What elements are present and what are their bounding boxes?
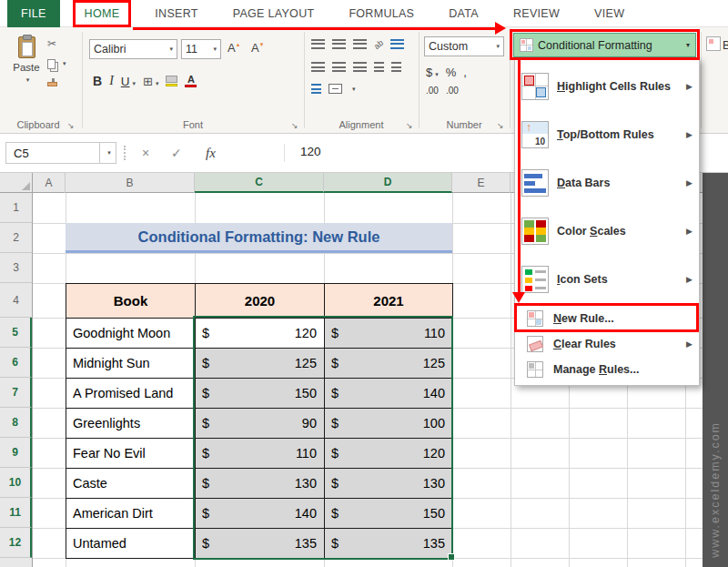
header-cell-book[interactable]: Book	[66, 284, 196, 319]
orientation-icon[interactable]: ab	[372, 37, 385, 50]
menu-item[interactable]: Highlight Cells Rules ▶	[515, 62, 699, 110]
menu-item[interactable]: Icon Sets ▶	[515, 255, 699, 303]
name-box[interactable]: C5	[5, 142, 100, 164]
formula-input[interactable]: 120	[300, 145, 321, 158]
align-middle-icon[interactable]	[332, 39, 346, 49]
row-header[interactable]: 9	[0, 438, 32, 468]
clipboard-dialog-launcher-icon[interactable]: ↘	[67, 121, 75, 130]
font-name-select[interactable]: Calibri ▾	[89, 39, 177, 59]
cell-2020[interactable]: $ 135	[196, 529, 325, 559]
font-color-button[interactable]: A	[185, 76, 197, 87]
font-size-select[interactable]: 11 ▾	[181, 39, 221, 59]
cut-button[interactable]: ✂	[47, 36, 71, 51]
cell-2021[interactable]: $ 110	[325, 319, 453, 349]
paste-button[interactable]: Paste ▾	[7, 35, 46, 102]
menu-item[interactable]: Manage Rules...	[515, 357, 699, 382]
fill-handle[interactable]	[448, 553, 455, 561]
cell-book[interactable]: American Dirt	[66, 499, 196, 529]
header-cell-2020[interactable]: 2020	[196, 284, 325, 319]
cell-2020[interactable]: $ 125	[196, 349, 325, 379]
align-center-icon[interactable]	[332, 62, 346, 72]
ribbon-tab[interactable]: HOME	[73, 0, 132, 27]
cell-book[interactable]: A Promised Land	[66, 379, 196, 409]
ribbon-tab[interactable]: PAGE LAYOUT	[222, 0, 326, 27]
cell-2021[interactable]: $ 120	[325, 439, 453, 469]
menu-item[interactable]: Top/Bottom Rules ▶	[515, 110, 699, 158]
cell-2020[interactable]: $ 90	[196, 409, 325, 439]
number-dialog-launcher-icon[interactable]: ↘	[497, 121, 504, 130]
cell-book[interactable]: Untamed	[66, 529, 196, 559]
underline-button[interactable]: U▾	[121, 73, 136, 89]
cell-2021[interactable]: $ 140	[325, 379, 453, 409]
accounting-format-button[interactable]: $▾	[426, 64, 439, 80]
ribbon-tab[interactable]: VIEW	[583, 0, 635, 27]
cell-2021[interactable]: $ 150	[325, 499, 453, 529]
shrink-font-button[interactable]: A▾	[251, 41, 263, 55]
number-format-select[interactable]: Custom ▾	[424, 36, 504, 56]
cell-style-icon[interactable]	[706, 36, 721, 51]
decrease-indent-icon[interactable]	[374, 62, 384, 72]
align-left-icon[interactable]	[311, 62, 325, 72]
cell-2021[interactable]: $ 130	[325, 469, 453, 499]
align-top-icon[interactable]	[311, 39, 325, 49]
enter-icon[interactable]: ✓	[171, 146, 182, 160]
row-header[interactable]: 12	[0, 528, 32, 558]
conditional-formatting-button[interactable]: Conditional Formatting ▾	[513, 33, 696, 57]
cell-2020[interactable]: $ 110	[196, 439, 325, 469]
row-header[interactable]: 10	[0, 468, 32, 498]
row-header[interactable]: 5	[0, 318, 32, 348]
ribbon-tab[interactable]: REVIEW	[502, 0, 571, 27]
row-header[interactable]: 8	[0, 408, 32, 438]
align-right-icon[interactable]	[353, 62, 367, 72]
cell-2020[interactable]: $ 140	[196, 499, 325, 529]
cell-book[interactable]: Greenlights	[66, 409, 196, 439]
italic-button[interactable]: I	[109, 74, 114, 88]
menu-item[interactable]: New Rule...	[515, 306, 699, 331]
cell-book[interactable]: Fear No Evil	[66, 439, 196, 469]
copy-button[interactable]: ▾	[47, 56, 71, 71]
cell-2021[interactable]: $ 125	[325, 349, 453, 379]
name-box-dropdown[interactable]: ▾	[100, 142, 116, 164]
row-header[interactable]: 2	[0, 223, 32, 253]
borders-button[interactable]: ⊞▾	[143, 73, 158, 89]
cancel-icon[interactable]: ×	[142, 146, 149, 160]
column-header[interactable]: B	[66, 173, 195, 193]
ribbon-tab[interactable]: FILE	[7, 0, 60, 27]
column-header[interactable]: E	[452, 173, 511, 193]
format-painter-button[interactable]	[47, 75, 71, 89]
column-header[interactable]: C	[195, 173, 324, 193]
percent-style-button[interactable]: %	[446, 66, 457, 79]
decrease-decimal-button[interactable]: .00	[446, 86, 459, 96]
comma-style-button[interactable]: ,	[463, 66, 467, 79]
bold-button[interactable]: B	[93, 74, 102, 88]
wrap-text-icon[interactable]	[390, 39, 404, 49]
indent-icon[interactable]	[311, 84, 321, 94]
menu-item[interactable]: Data Bars ▶	[515, 158, 699, 207]
increase-indent-icon[interactable]	[391, 62, 401, 72]
insert-function-button[interactable]: fx	[206, 146, 216, 161]
row-header[interactable]: 3	[0, 253, 32, 283]
cell-2021[interactable]: $ 100	[325, 409, 453, 439]
column-header[interactable]: D	[324, 173, 452, 193]
header-cell-2021[interactable]: 2021	[325, 284, 453, 319]
ribbon-tab[interactable]: INSERT	[144, 0, 208, 27]
font-dialog-launcher-icon[interactable]: ↘	[291, 121, 298, 130]
grow-font-button[interactable]: A▴	[228, 41, 239, 55]
align-bottom-icon[interactable]	[353, 39, 367, 49]
cell-2021[interactable]: $ 135	[325, 529, 453, 559]
ribbon-tab[interactable]: DATA	[438, 0, 490, 27]
select-all-corner[interactable]	[0, 173, 33, 193]
row-header[interactable]: 11	[0, 498, 32, 528]
row-header[interactable]: 4	[0, 283, 32, 318]
cell-2020[interactable]: $ 150	[196, 379, 325, 409]
increase-decimal-button[interactable]: .00	[426, 86, 439, 96]
ribbon-tab[interactable]: FORMULAS	[338, 0, 425, 27]
cell-book[interactable]: Caste	[66, 469, 196, 499]
menu-item[interactable]: Clear Rules ▶	[515, 331, 699, 357]
formula-bar-splitter[interactable]	[124, 146, 126, 160]
row-header[interactable]: 6	[0, 348, 32, 378]
alignment-dialog-launcher-icon[interactable]: ↘	[406, 121, 413, 130]
cell-2020[interactable]: $ 130	[196, 469, 325, 499]
cell-book[interactable]: Midnight Sun	[66, 349, 196, 379]
row-header[interactable]: 7	[0, 378, 32, 408]
